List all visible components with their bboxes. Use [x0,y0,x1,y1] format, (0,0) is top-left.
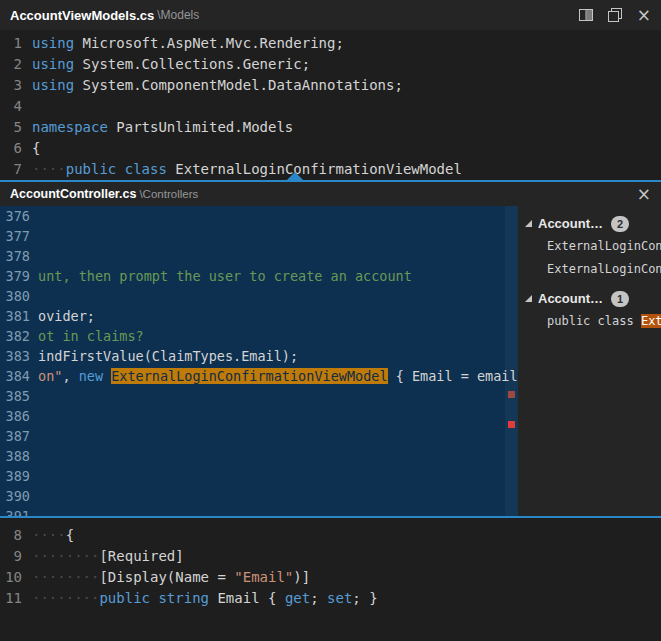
code-line[interactable]: 1using Microsoft.AspNet.Mvc.Rendering; [0,33,661,54]
code-token: public string [99,590,209,606]
reference-count-badge: 2 [611,216,629,232]
bottom-editor-code: 8····{9········[Required]10········[Disp… [0,518,661,609]
line-number: 377 [0,226,30,246]
open-to-side-icon[interactable] [608,8,622,22]
code-token: ExternalLoginConfirmationViewModel [547,262,661,276]
line-content: using System.ComponentModel.DataAnnotati… [32,75,403,96]
code-line[interactable]: 380 [0,286,518,306]
code-token: [Required] [99,548,183,564]
line-number: 11 [0,588,22,609]
code-token: ···· [32,161,66,177]
line-content: on", new ExternalLoginConfirmationViewMo… [38,366,518,386]
code-line[interactable]: 391 [0,506,518,516]
close-peek-icon[interactable]: × [637,186,651,203]
reference-count-badge: 1 [611,291,629,307]
overview-ruler[interactable] [505,206,518,516]
code-token: ········ [32,548,99,564]
code-line[interactable]: 390 [0,486,518,506]
code-token: ExternalLoginConfirmationViewModel [111,368,387,384]
code-line[interactable]: 3using System.ComponentModel.DataAnnotat… [0,75,661,96]
line-number: 391 [0,506,30,516]
code-line[interactable]: 377 [0,226,518,246]
code-line[interactable]: 381ovider; [0,306,518,326]
code-line[interactable]: 388 [0,446,518,466]
code-token: ot in claims? [38,328,144,344]
code-line[interactable]: 2using System.Collections.Generic; [0,54,661,75]
reference-item[interactable]: ExternalLoginConfirmationViewModel [518,258,661,281]
line-number: 4 [0,96,22,117]
code-line[interactable]: 383indFirstValue(ClaimTypes.Email); [0,346,518,366]
code-line[interactable]: 379unt, then prompt the user to create a… [0,266,518,286]
line-content: ········public string Email { get; set; … [32,588,378,609]
code-line[interactable]: 8····{ [0,525,661,546]
code-line[interactable]: 386 [0,406,518,426]
reference-file-label: Account… [538,216,603,231]
code-token: System.ComponentModel.DataAnnotations; [74,77,403,93]
line-content: ····public class ExternalLoginConfirmati… [32,159,462,180]
code-token: unt, then prompt the user to create an a… [38,268,412,284]
code-line[interactable]: 387 [0,426,518,446]
code-token: [Display(Name = [99,569,234,585]
line-content: ot in claims? [38,326,144,346]
line-content: ovider; [38,306,95,326]
code-token: new [79,368,103,384]
line-number: 9 [0,546,22,567]
code-line[interactable]: 384on", new ExternalLoginConfirmationVie… [0,366,518,386]
line-number: 384 [0,366,30,386]
line-number: 10 [0,567,22,588]
top-editor-code: 1using Microsoft.AspNet.Mvc.Rendering;2u… [0,30,661,180]
ruler-mark [508,421,515,428]
line-number: 1 [0,33,22,54]
code-token: on" [38,368,62,384]
line-content: using System.Collections.Generic; [32,54,310,75]
titlebar-actions: × [579,7,651,24]
peek-filepath: \Controllers [139,188,198,200]
code-line[interactable]: 376 [0,206,518,226]
reference-item[interactable]: public class ExternalLoginConfirmationVi… [518,310,661,333]
code-token: ········ [32,590,99,606]
code-token: ···· [32,527,66,543]
code-line[interactable]: 389 [0,466,518,486]
line-number: 383 [0,346,30,366]
code-line[interactable]: 6{ [0,138,661,159]
code-line[interactable]: 9········[Required] [0,546,661,567]
reference-group[interactable]: Account…1 [518,287,661,310]
top-editor-titlebar: AccountViewModels.cs \Models × [0,0,661,30]
code-token: Microsoft.AspNet.Mvc.Rendering; [74,35,344,51]
line-number: 5 [0,117,22,138]
split-editor-icon[interactable] [579,8,593,22]
code-token: public class [66,161,167,177]
code-token: , [62,368,78,384]
top-editor-filepath: \Models [157,8,199,22]
code-token: { [32,140,40,156]
code-line[interactable]: 4 [0,96,661,117]
twistie-expanded-icon[interactable] [524,294,533,303]
code-token: PartsUnlimited.Models [108,119,293,135]
code-token: "Email" [234,569,293,585]
code-token: ExternalLoginConfirmationViewModel [547,239,661,253]
peek-editor: 376377378379unt, then prompt the user to… [0,206,518,516]
code-line[interactable]: 378 [0,246,518,266]
code-line[interactable]: 385 [0,386,518,406]
code-token: public class [547,314,641,328]
code-token: { Email = email [388,368,518,384]
code-token: Email { [209,590,285,606]
peek-body: 376377378379unt, then prompt the user to… [0,206,661,516]
reference-item[interactable]: ExternalLoginConfirmationViewModel [518,235,661,258]
twistie-expanded-icon[interactable] [524,219,533,228]
line-number: 8 [0,525,22,546]
peek-filename: AccountController.cs [10,187,136,201]
code-token: using [32,56,74,72]
code-line[interactable]: 7····public class ExternalLoginConfirmat… [0,159,661,180]
code-line[interactable]: 5namespace PartsUnlimited.Models [0,117,661,138]
reference-group[interactable]: Account…2 [518,212,661,235]
line-number: 389 [0,466,30,486]
close-editor-icon[interactable]: × [637,7,651,24]
line-number: 381 [0,306,30,326]
code-line[interactable]: 11········public string Email { get; set… [0,588,661,609]
line-number: 386 [0,406,30,426]
code-line[interactable]: 10········[Display(Name = "Email")] [0,567,661,588]
line-number: 7 [0,159,22,180]
line-number: 376 [0,206,30,226]
code-line[interactable]: 382ot in claims? [0,326,518,346]
